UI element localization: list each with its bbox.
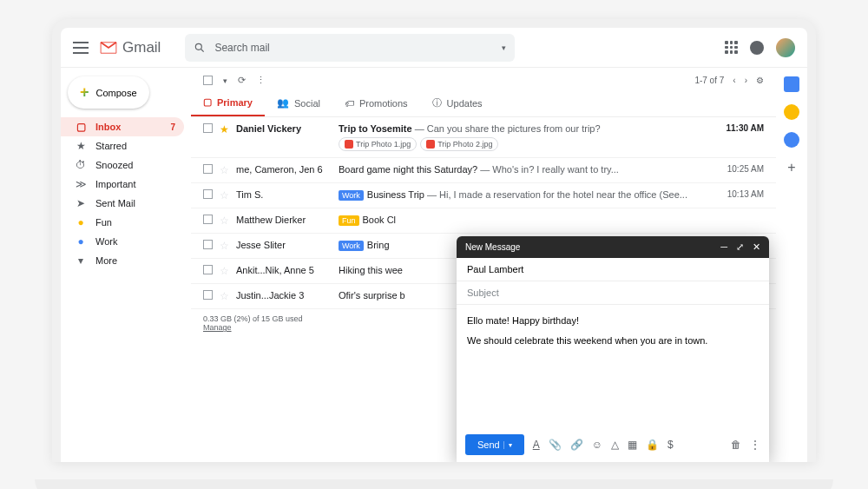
snippet: — Hi, I made a reservation for the hotel… [427,189,687,200]
category-label: Work [339,190,364,201]
subject-field[interactable]: Subject [457,281,769,305]
nav-icon: ➤ [75,197,87,209]
tab-promotions[interactable]: 🏷Promotions [332,89,420,116]
search-placeholder: Search mail [214,42,269,54]
main-panel: ▾ ⟳ ⋮ 1-7 of 7 ‹ › ⚙ ▢Primary👥Social🏷Pro… [191,68,776,462]
tab-social[interactable]: 👥Social [265,89,332,116]
svg-line-1 [201,49,204,51]
more-actions-icon[interactable]: ⋮ [256,75,266,86]
nav-icon: ≫ [75,178,87,190]
star-icon[interactable]: ☆ [220,189,229,202]
recipient-field[interactable]: Paul Lambert [457,258,769,281]
discard-draft-icon[interactable]: 🗑 [731,439,741,451]
send-button[interactable]: Send▾ [465,434,524,455]
select-all-checkbox[interactable] [203,76,213,85]
insert-money-icon[interactable]: $ [667,439,674,451]
sidebar-item-snoozed[interactable]: ⏱Snoozed [61,155,184,175]
sender: Ankit...Nik, Anne 5 [236,265,332,275]
email-row[interactable]: ☆ Tim S. WorkBusiness Trip — Hi, I made … [191,183,776,208]
star-icon[interactable]: ☆ [220,265,229,277]
star-icon[interactable]: ☆ [220,164,229,176]
email-row[interactable]: ☆ Matthew Dierker FunBook Cl [191,208,776,234]
subject: Ofir's surprise b [339,290,405,301]
notifications-icon[interactable] [750,41,764,55]
compose-body[interactable]: Ello mate! Happy birthday! We should cel… [457,305,769,427]
sidebar-item-sent-mail[interactable]: ➤Sent Mail [61,194,184,213]
category-label: Fun [339,215,359,226]
gmail-logo[interactable]: Gmail [99,39,161,56]
sidebar-item-more[interactable]: ▾More [61,251,184,270]
category-tabs: ▢Primary👥Social🏷PromotionsⓘUpdates [191,89,776,117]
sender: Jesse Sliter [236,240,332,250]
star-icon[interactable]: ★ [220,123,229,135]
star-icon[interactable]: ☆ [220,215,229,227]
insert-emoji-icon[interactable]: ☺ [592,439,602,451]
row-checkbox[interactable] [203,189,213,199]
select-dropdown-icon[interactable]: ▾ [223,76,227,85]
insert-link-icon[interactable]: 🔗 [570,439,583,451]
fullscreen-icon[interactable]: ⤢ [736,241,744,253]
row-checkbox[interactable] [203,265,213,274]
close-icon[interactable]: ✕ [753,241,760,253]
search-input[interactable]: Search mail ▾ [185,34,515,62]
keep-addon-icon[interactable] [784,104,799,120]
side-rail: + [776,68,807,462]
plus-icon: + [80,83,89,102]
tab-icon: ⓘ [432,96,442,109]
sidebar-item-inbox[interactable]: ▢Inbox7 [61,117,184,136]
hamburger-menu-icon[interactable] [73,42,89,54]
sender: me, Cameron, Jen 6 [236,164,332,175]
sender: Daniel Vickery [236,123,332,134]
category-label: Work [339,241,364,251]
compose-window: New Message ─ ⤢ ✕ Paul Lambert Subject E… [457,236,769,462]
refresh-icon[interactable]: ⟳ [238,75,246,86]
email-row[interactable]: ☆ me, Cameron, Jen 6 Board game night th… [191,158,776,183]
formatting-icon[interactable]: A [533,439,540,451]
row-checkbox[interactable] [203,164,213,174]
email-row[interactable]: ★ Daniel Vickery Trip to Yosemite — Can … [191,117,776,158]
snippet: — Who's in? I really want to try... [480,164,619,175]
settings-gear-icon[interactable]: ⚙ [756,76,764,85]
sidebar-item-important[interactable]: ≫Important [61,175,184,194]
attachment-chip[interactable]: Trip Photo 1.jpg [339,137,417,151]
timestamp: 10:25 AM [727,164,764,174]
google-apps-icon[interactable] [725,41,738,54]
confidential-mode-icon[interactable]: 🔒 [646,439,659,451]
subject: Trip to Yosemite [339,123,412,134]
storage-used: 0.33 GB (2%) of 15 GB used [203,314,303,323]
nav-icon: ▾ [75,254,87,267]
get-addons-icon[interactable]: + [787,160,795,175]
tab-icon: 🏷 [345,98,354,109]
sidebar-item-starred[interactable]: ★Starred [61,136,184,155]
nav-icon: ● [75,235,87,248]
sidebar-item-work[interactable]: ●Work [61,232,184,251]
row-checkbox[interactable] [203,240,213,249]
star-icon[interactable]: ☆ [220,240,229,252]
account-avatar[interactable] [776,38,795,57]
sender: Justin...Jackie 3 [236,290,332,301]
minimize-icon[interactable]: ─ [720,241,727,253]
row-checkbox[interactable] [203,290,213,300]
tab-updates[interactable]: ⓘUpdates [420,89,495,116]
prev-page-icon[interactable]: ‹ [733,76,735,85]
tab-icon: 👥 [277,97,289,109]
compose-button[interactable]: + Compose [68,76,149,109]
star-icon[interactable]: ☆ [220,290,229,302]
tasks-addon-icon[interactable] [784,132,799,148]
subject: Board game night this Saturday? [339,164,477,175]
search-options-icon[interactable]: ▾ [502,43,506,52]
tab-primary[interactable]: ▢Primary [191,89,265,116]
pagination-range: 1-7 of 7 [694,76,724,85]
tab-icon: ▢ [203,96,212,108]
row-checkbox[interactable] [203,123,213,133]
attachment-chip[interactable]: Trip Photo 2.jpg [420,137,498,151]
more-options-icon[interactable]: ⋮ [750,439,760,451]
next-page-icon[interactable]: › [745,76,747,85]
sidebar-item-fun[interactable]: ●Fun [61,213,184,232]
row-checkbox[interactable] [203,215,213,224]
insert-photo-icon[interactable]: ▦ [628,439,637,451]
calendar-addon-icon[interactable] [784,76,799,92]
timestamp: 10:13 AM [727,189,764,199]
attach-file-icon[interactable]: 📎 [549,439,562,451]
insert-drive-icon[interactable]: △ [611,439,619,451]
